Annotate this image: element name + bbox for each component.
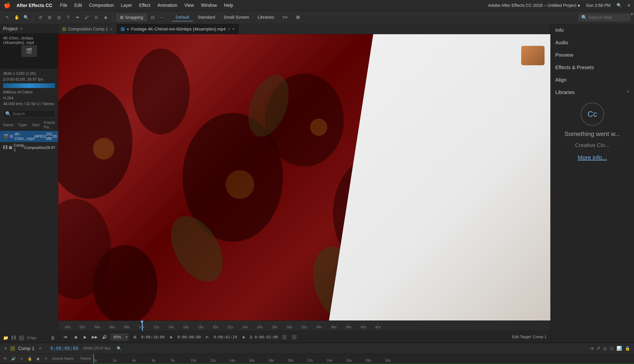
current-time-display[interactable]: 0:00:18:00 <box>141 335 164 339</box>
ruler-mark-7: 14s <box>164 322 178 329</box>
zoom-tool[interactable]: 🔍 <box>23 14 30 21</box>
file-colors: Millions of Colors <box>3 89 55 95</box>
right-panel-info[interactable]: Info <box>551 24 634 36</box>
more-info-link[interactable]: More info... <box>578 154 607 161</box>
snap-icon[interactable]: ◈ <box>168 334 174 340</box>
project-search-box[interactable]: 🔍 <box>3 110 55 118</box>
menu-edit[interactable]: Edit <box>74 3 82 8</box>
menu-composition[interactable]: Composition <box>89 3 114 8</box>
lock-layers-icon[interactable]: 🔒 <box>625 346 630 351</box>
arrow-tool[interactable]: ↖ <box>4 14 11 21</box>
toolbar-search[interactable]: 🔍 <box>579 14 630 21</box>
menu-window[interactable]: Window <box>201 3 217 8</box>
ruler-mark-17: 34s <box>312 322 326 329</box>
solo-icon[interactable]: ⊙ <box>19 356 25 362</box>
lock-tl-icon[interactable]: 🔒 <box>27 356 33 362</box>
viewer-ruler[interactable]: 00s 02s 04s 06s 08s 10s 12s 14s 16s 18s … <box>58 320 550 331</box>
file-name-preview: 4K-Chim...0mbps (4ksamples) .mp4 <box>3 36 54 45</box>
menu-animation[interactable]: Animation <box>157 3 177 8</box>
new-comp-icon[interactable]: 🎞 <box>12 336 16 340</box>
right-panel-libraries[interactable]: Libraries ≡ <box>551 86 634 99</box>
paint-tool[interactable]: 🖊 <box>83 14 90 21</box>
footage-tab-close[interactable]: ✕ <box>228 27 231 31</box>
menubar: 🍎 After Effects CC File Edit Composition… <box>0 0 634 11</box>
item-type-1: Composition <box>24 146 46 150</box>
loop-icon[interactable]: ↺ <box>596 346 600 351</box>
ruler-marks: 00s 02s 04s 06s 08s 10s 12s 14s 16s 18s … <box>58 321 385 331</box>
motion-sketch-icon[interactable]: ⋯ <box>158 14 165 21</box>
right-panel-effects[interactable]: Effects & Presets <box>551 62 634 74</box>
footage-tab[interactable]: ● Footage 4K-Chimei-inn-60mbps (4ksample… <box>117 24 239 34</box>
set-in-btn[interactable]: ⊳ <box>204 334 210 340</box>
menu-view[interactable]: View <box>184 3 194 8</box>
menu-effect[interactable]: Effect <box>139 3 150 8</box>
comp-tab-close[interactable]: ✕ <box>110 27 113 31</box>
first-frame-btn[interactable]: ⏮ <box>62 334 69 340</box>
pen-tool[interactable]: ✒ <box>74 14 81 21</box>
render-icon[interactable]: ⬛ <box>281 334 288 340</box>
zoom-select[interactable]: 50% 25% 100% Fit <box>111 334 128 340</box>
marker-icon[interactable]: ◈ <box>240 334 247 340</box>
puppet-tool[interactable]: ◈ <box>102 14 109 21</box>
right-panel-preview[interactable]: Preview <box>551 49 634 62</box>
timeline-playhead-line[interactable] <box>93 354 94 364</box>
workspace-switcher: Default Standard Small Screen Libraries … <box>172 14 304 21</box>
apple-menu[interactable]: 🍎 <box>4 2 11 8</box>
comp-tab[interactable]: Composition Comp 1 ✕ <box>58 24 117 34</box>
orbit-camera[interactable]: ◎ <box>55 14 62 21</box>
rotate-tool[interactable]: ↺ <box>37 14 44 21</box>
search-menubar-icon[interactable]: 🔍 <box>616 3 622 8</box>
workspace-standard[interactable]: Standard <box>194 14 219 21</box>
align-snap-icon[interactable]: ⊡ <box>149 14 156 21</box>
project-item-0[interactable]: 🎬 4K-Chim...mp4 MPEG 252 MB 29.97 ⚑ <box>0 131 58 142</box>
hand-tool[interactable]: ✋ <box>13 14 20 21</box>
workspace-default[interactable]: Default <box>172 14 193 21</box>
item-size-0: 252 MB <box>46 132 52 141</box>
grid-icon[interactable]: ⊞ <box>131 334 138 340</box>
next-frame-btn[interactable]: ▶▶ <box>91 334 98 340</box>
snapping-button[interactable]: ⊞ Snapping <box>116 14 147 21</box>
expand-icon[interactable]: ▶ <box>631 12 634 16</box>
eye-icon[interactable]: 👁 <box>2 356 8 362</box>
audio-btn[interactable]: 🔊 <box>101 334 108 340</box>
timeline-menu-icon[interactable]: ≡ <box>39 346 41 350</box>
audio-tl-icon[interactable]: 🔊 <box>11 356 16 362</box>
graph-editor-icon[interactable]: 📊 <box>616 346 622 351</box>
label-tl-icon[interactable]: ◼ <box>35 356 41 362</box>
cache-icon[interactable]: ⬛ <box>291 334 298 340</box>
parent-col: Parent <box>81 356 91 361</box>
workspace-toggle[interactable]: ⊞ <box>292 14 304 21</box>
text-tool[interactable]: T <box>65 14 72 21</box>
prev-frame-btn[interactable]: ◀ <box>72 334 79 340</box>
right-panel-align[interactable]: Align <box>551 74 634 86</box>
tl-mark-14: 28s <box>366 356 385 363</box>
timeline-time[interactable]: 0;00;00;00 <box>50 346 79 351</box>
new-item-icon[interactable]: ⬛ <box>19 336 24 340</box>
workspace-more[interactable]: >> <box>279 14 292 21</box>
new-folder-icon[interactable]: 📁 <box>3 336 8 340</box>
motion-blur-icon[interactable]: ◎ <box>603 346 607 351</box>
frame-blending-icon[interactable]: ⊡ <box>610 346 613 351</box>
timeline-close[interactable]: ✕ <box>4 346 7 351</box>
menu-file[interactable]: File <box>60 3 67 8</box>
libraries-menu-icon[interactable]: ≡ <box>627 89 629 94</box>
timeline-ruler-tl[interactable]: 0s 2s 4s 6s 8s 10s 12s 14s 16s 18s 20s 2… <box>93 354 634 364</box>
play-btn[interactable]: ▶ <box>82 334 88 340</box>
menu-help[interactable]: Help <box>224 3 233 8</box>
viewer-playhead-line[interactable] <box>142 321 143 331</box>
right-panel-audio[interactable]: Audio <box>551 36 634 49</box>
search-help-input[interactable] <box>589 15 627 20</box>
workspace-libraries[interactable]: Libraries <box>254 14 278 21</box>
clone-tool[interactable]: ⎘ <box>93 14 100 21</box>
footage-tab-menu[interactable]: ≡ <box>233 27 235 31</box>
footage-icon: 🎬 <box>3 134 8 138</box>
delete-icon[interactable]: 🗑 <box>51 336 55 340</box>
unified-camera[interactable]: ⊟ <box>46 14 53 21</box>
project-search-input[interactable] <box>13 112 53 116</box>
ripple-icon[interactable]: ⇉ <box>590 346 593 351</box>
project-item-1[interactable]: 🎞 Comp 1 Composition 29.97 <box>0 142 58 153</box>
menu-layer[interactable]: Layer <box>121 3 132 8</box>
magnifier-icon[interactable]: 🔍 <box>117 346 122 351</box>
workspace-small-screen[interactable]: Small Screen <box>220 14 253 21</box>
project-menu-icon[interactable]: ≡ <box>20 26 22 31</box>
